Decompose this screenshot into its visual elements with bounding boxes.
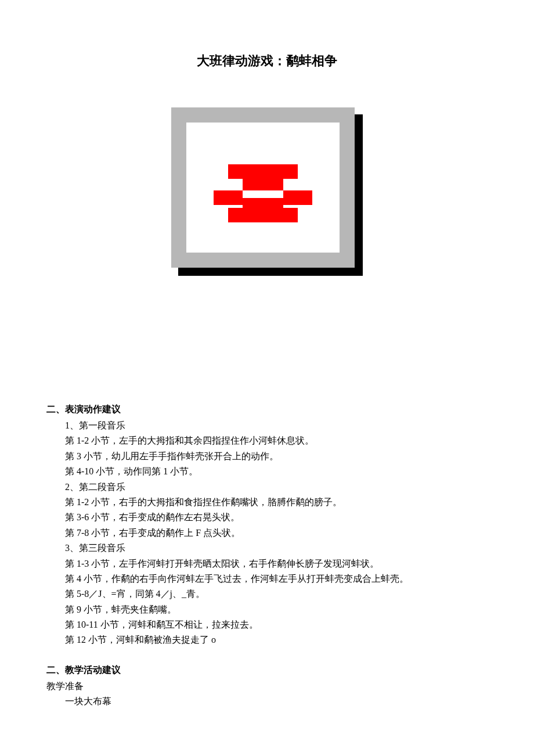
body-line: 第 4-10 小节，动作同第 1 小节。	[46, 464, 488, 479]
svg-rect-1	[243, 179, 283, 190]
body-line: 第 10-11 小节，河蚌和鹬互不相让，拉来拉去。	[46, 617, 488, 632]
svg-rect-0	[228, 164, 298, 179]
svg-rect-3	[283, 190, 312, 205]
body-line: 第 3-6 小节，右手变成的鹬作左右晃头状。	[46, 510, 488, 525]
svg-rect-2	[214, 190, 243, 205]
page-title: 大班律动游戏：鹬蚌相争	[46, 52, 488, 70]
body-line: 2、第二段音乐	[46, 480, 488, 495]
body-line: 第 5-8／J、=宵，同第 4／j、_青。	[46, 586, 488, 602]
decorative-figure	[171, 107, 363, 276]
body-line: 1、第一段音乐	[46, 418, 488, 433]
body-line: 第 1-2 小节，左手的大拇指和其余四指捏住作小河蚌休息状。	[46, 433, 488, 448]
body-line: 第 1-2 小节，右手的大拇指和食指捏住作鹬嘴状，胳膊作鹬的膀子。	[46, 495, 488, 510]
svg-rect-5	[228, 208, 298, 222]
body-line: 第 1-3 小节，左手作河蚌打开蚌壳晒太阳状，右手作鹬伸长膀子发现河蚌状。	[46, 556, 488, 571]
prep-label: 教学准备	[46, 679, 488, 694]
section-heading-performance: 二、表演动作建议	[46, 404, 488, 416]
body-line: 第 3 小节，幼儿用左手手指作蚌壳张开合上的动作。	[46, 449, 488, 464]
body-line: 第 9 小节，蚌壳夹住鹬嘴。	[46, 602, 488, 617]
red-glyph-icon	[214, 164, 312, 222]
body-line: 第 12 小节，河蚌和鹬被渔夫捉走了 o	[46, 632, 488, 647]
section-heading-teaching: 二、教学活动建议	[46, 664, 488, 676]
prep-item: 一块大布幕	[46, 694, 488, 709]
body-line: 第 7-8 小节，右手变成的鹬作上 F 点头状。	[46, 525, 488, 541]
body-line: 3、第三段音乐	[46, 541, 488, 556]
performance-suggestions: 1、第一段音乐 第 1-2 小节，左手的大拇指和其余四指捏住作小河蚌休息状。 第…	[46, 418, 488, 648]
body-line: 第 4 小节，作鹬的右手向作河蚌左手飞过去，作河蚌左手从打开蚌壳变成合上蚌壳。	[46, 571, 488, 586]
